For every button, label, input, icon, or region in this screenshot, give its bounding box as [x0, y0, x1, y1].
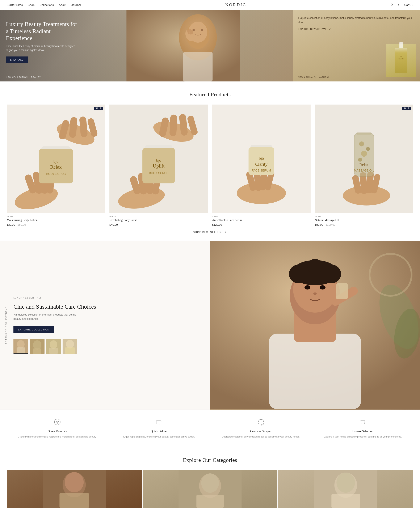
hero-tags: NEW COLLECTION BEAUTY: [6, 76, 41, 79]
shop-bestsellers-row: SHOP BESTSELLERS ↗: [7, 230, 413, 234]
product-name-4: Natural Massage Oil: [315, 218, 413, 222]
svg-point-69: [17, 340, 25, 349]
collections-image: [210, 241, 420, 410]
hero-title: Luxury Beauty Treatments for a Timeless …: [6, 21, 77, 42]
explore-categories-title: Explore Our Categories: [7, 457, 413, 463]
product-svg-2: bjö Uplift BODY SCRUB: [109, 105, 208, 213]
explore-category-3[interactable]: [278, 470, 413, 508]
svg-text:bjö: bjö: [156, 158, 161, 163]
explore-category-1[interactable]: [7, 470, 142, 508]
nav-about[interactable]: About: [59, 3, 66, 7]
feature-desc-1: Crafted with environmentally responsible…: [12, 435, 103, 438]
product-image-2: bjö Uplift BODY SCRUB: [109, 105, 208, 213]
collection-thumb-3[interactable]: [46, 339, 61, 354]
bottle-shape: bjöClarity: [395, 48, 407, 73]
hero-side-tag-1: NEW ARRIVALS: [298, 76, 316, 79]
product-price-3: $120.00: [212, 223, 311, 226]
collection-thumb-4[interactable]: [62, 339, 77, 354]
svg-point-110: [201, 473, 219, 493]
product-card-4[interactable]: SALE Relax: [315, 105, 413, 226]
collection-thumb-2[interactable]: [30, 339, 44, 354]
search-icon[interactable]: ⚲: [391, 3, 393, 7]
account-icon[interactable]: ⚬: [397, 3, 400, 7]
feature-title-4: Diverse Selection: [317, 430, 408, 433]
product-card-3[interactable]: bjö Clarity FACE SERUM SKIN Anti-Wrinkle…: [212, 105, 311, 226]
svg-rect-70: [17, 348, 25, 354]
svg-point-114: [337, 472, 355, 493]
feature-green-materials: Green Materials Crafted with environment…: [9, 418, 106, 438]
svg-rect-93: [336, 283, 348, 299]
nav-shop[interactable]: Shop: [28, 3, 35, 7]
hero-tag-1: NEW COLLECTION: [6, 76, 28, 79]
svg-rect-101: [263, 422, 264, 424]
product-image-4: SALE Relax: [315, 105, 413, 213]
explore-collection-button[interactable]: EXPLORE COLLECTION: [13, 326, 54, 333]
collections-label: LUXURY ESSENTIALS: [13, 297, 200, 299]
svg-rect-35: [169, 114, 177, 136]
feature-desc-4: Explore a vast range of beauty products,…: [317, 435, 408, 438]
svg-rect-79: [65, 348, 75, 354]
sale-badge-1: SALE: [94, 107, 103, 110]
svg-text:BODY SCRUB: BODY SCRUB: [46, 172, 66, 175]
feature-customer-support: Customer Support Dedicated customer serv…: [212, 418, 310, 438]
svg-rect-100: [258, 422, 259, 424]
explore-categories-grid: [7, 470, 413, 508]
product-price-2: $40.00: [109, 223, 208, 226]
hero-side-link[interactable]: EXPLORE NEW ARRIVALS ↗: [298, 28, 331, 30]
product-card-2[interactable]: bjö Uplift BODY SCRUB BODY Exfoliating B…: [109, 105, 208, 226]
svg-rect-10: [191, 30, 193, 35]
brand-logo[interactable]: NORDIC: [225, 2, 246, 7]
explore-category-2[interactable]: [143, 470, 278, 508]
feature-desc-2: Enjoy rapid shipping, ensuring your beau…: [114, 435, 205, 438]
diverse-selection-icon: [317, 418, 408, 427]
shop-bestsellers-link[interactable]: SHOP BESTSELLERS ↗: [193, 231, 227, 234]
feature-title-1: Green Materials: [12, 430, 103, 433]
cart-button[interactable]: Cart · 0: [404, 3, 413, 7]
product-price-4: $80.00 $100.00: [315, 223, 413, 226]
svg-point-91: [313, 292, 317, 295]
product-image-1: SALE: [7, 105, 105, 213]
collections-subtitle: Handpicked selection of premium products…: [13, 313, 76, 321]
explore-categories-section: Explore Our Categories: [0, 447, 420, 515]
feature-desc-3: Dedicated customer service team ready to…: [215, 435, 306, 438]
nav-left: Starter Sites Shop Collections About Jou…: [7, 3, 81, 7]
product-name-2: Exfoliating Body Scrub: [109, 218, 208, 222]
nav-starter-sites[interactable]: Starter Sites: [7, 3, 23, 7]
shop-all-button[interactable]: SHOP ALL: [6, 56, 28, 63]
hero-side-text: Exquisite collection of body lotions, me…: [298, 16, 415, 24]
product-category-1: BODY: [7, 215, 105, 218]
featured-collections-section: Featured Collections LUXURY ESSENTIALS C…: [0, 241, 420, 410]
nav-right: ⚲ ⚬ Cart · 0: [391, 3, 413, 7]
svg-text:Uplift: Uplift: [153, 163, 165, 169]
hero-side-tags: NEW ARRIVALS NATURAL: [298, 76, 329, 79]
bottle-cap: [399, 42, 403, 48]
svg-point-90: [320, 285, 325, 289]
nav-journal[interactable]: Journal: [71, 3, 81, 7]
svg-rect-113: [332, 494, 360, 508]
products-grid: SALE: [7, 105, 413, 226]
svg-rect-81: [269, 334, 361, 409]
svg-point-89: [305, 285, 310, 289]
nav-collections[interactable]: Collections: [40, 3, 54, 7]
svg-point-106: [65, 472, 84, 492]
hero-subtitle: Experience the luxury of premium beauty …: [6, 44, 77, 52]
svg-text:bjö: bjö: [259, 156, 264, 161]
product-card-1[interactable]: SALE: [7, 105, 105, 226]
hero-side-product-image: bjöClarity: [386, 44, 416, 77]
hero-model-svg: [73, 10, 293, 81]
features-row: Green Materials Crafted with environment…: [0, 410, 420, 447]
svg-point-86: [289, 265, 307, 283]
svg-point-62: [359, 141, 364, 146]
svg-point-78: [66, 340, 74, 349]
hero-main: Luxury Beauty Treatments for a Timeless …: [0, 10, 293, 81]
product-svg-3: bjö Clarity FACE SERUM: [212, 105, 311, 213]
feature-quick-deliver: Quick Deliver Enjoy rapid shipping, ensu…: [110, 418, 208, 438]
product-category-3: SKIN: [212, 215, 311, 218]
hero-tag-2: BEAUTY: [31, 76, 41, 79]
product-svg-1: bjö Relax BODY SCRUB: [7, 105, 105, 213]
svg-text:FACE SERUM: FACE SERUM: [252, 169, 271, 172]
collection-thumb-1[interactable]: [13, 339, 28, 354]
collections-right: [210, 241, 420, 410]
svg-text:bjö: bjö: [53, 159, 59, 164]
navigation: Starter Sites Shop Collections About Jou…: [0, 0, 420, 10]
